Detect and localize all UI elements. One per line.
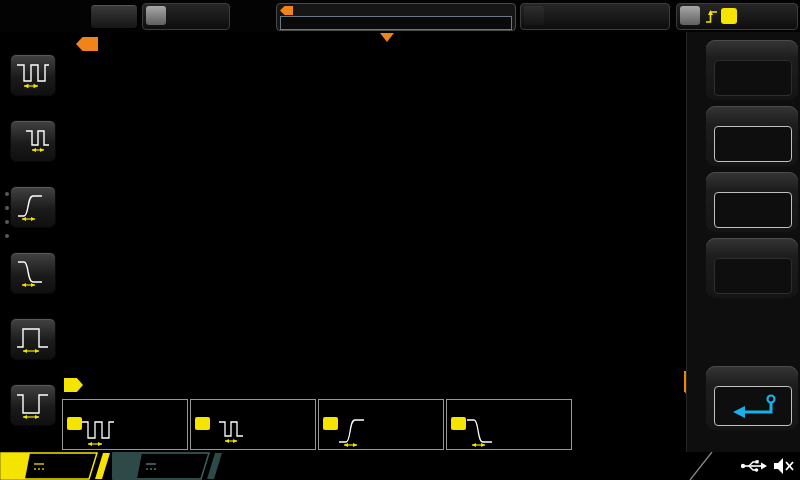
page-dot (5, 234, 9, 238)
return-arrow-icon (723, 392, 783, 422)
separator (680, 452, 720, 480)
h-badge (146, 6, 166, 25)
new-file-button[interactable] (714, 126, 792, 162)
menu-tab-title (688, 64, 704, 128)
fall-time-button[interactable] (10, 252, 56, 294)
page-dot (5, 220, 9, 224)
ch1-waveform (64, 32, 688, 396)
run-state-indicator[interactable] (90, 4, 138, 29)
delete-button[interactable] (714, 258, 792, 294)
period-button[interactable] (10, 54, 56, 96)
waveform-preview-strip (280, 16, 512, 30)
new-folder-button[interactable] (714, 192, 792, 228)
measurement-period[interactable] (62, 399, 188, 450)
period-icon (15, 59, 51, 89)
fall-icon (464, 414, 502, 448)
pos-width-button[interactable] (10, 318, 56, 360)
trigger-box[interactable] (676, 3, 798, 30)
page-dot (5, 206, 9, 210)
fall-time-icon (15, 257, 51, 287)
rise-time-icon (15, 191, 51, 221)
neg-width-icon (15, 389, 51, 419)
ch2-shape (112, 452, 224, 480)
rise-icon (336, 414, 374, 448)
freq-icon (15, 125, 51, 155)
delay-box[interactable] (520, 3, 670, 30)
period-icon (80, 414, 118, 448)
t-badge (680, 6, 700, 25)
waveform-preview-box[interactable] (276, 3, 516, 31)
horizontal-timebase-box[interactable] (142, 3, 230, 30)
d-badge (524, 6, 544, 25)
rise-time-button[interactable] (10, 186, 56, 228)
page-dot (5, 192, 9, 196)
save-button[interactable] (714, 60, 792, 96)
back-button[interactable] (714, 386, 792, 426)
neg-width-button[interactable] (10, 384, 56, 426)
freq-icon (208, 414, 246, 448)
trigger-edge-icon (704, 8, 719, 25)
measurement-rise[interactable] (318, 399, 444, 450)
speaker-muted-icon (772, 456, 796, 476)
measurement-freq[interactable] (190, 399, 316, 450)
pos-width-icon (15, 323, 51, 353)
trigger-source-badge (721, 8, 737, 24)
freq-button[interactable] (10, 120, 56, 162)
measurement-fall[interactable] (446, 399, 572, 450)
waveform-preview-marker-icon (280, 6, 293, 15)
top-status-bar (0, 0, 800, 32)
preview-waveform (281, 22, 509, 32)
usb-icon (740, 458, 768, 474)
channel-status-bar (0, 452, 800, 480)
ch1-shape (0, 452, 112, 480)
